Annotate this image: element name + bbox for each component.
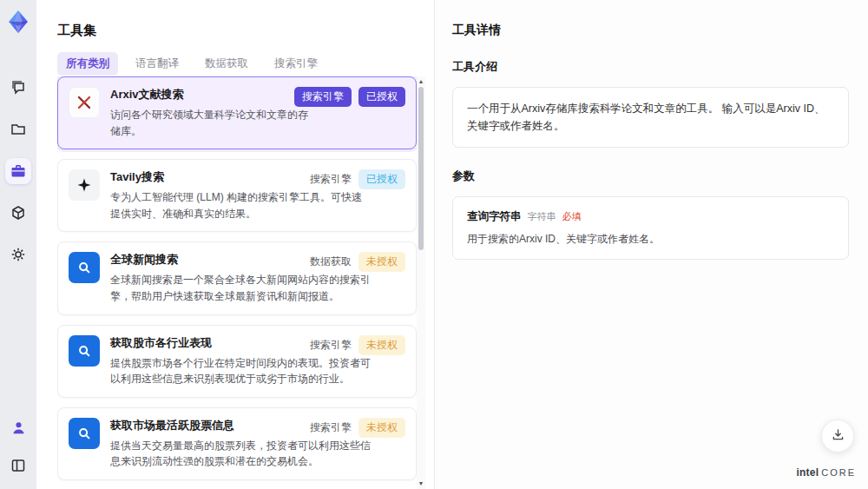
sidebar-item-models[interactable] — [5, 200, 31, 226]
user-icon — [10, 420, 27, 436]
param-card: 查询字符串 字符串 必填 用于搜索的Arxiv ID、关键字或作者姓名。 — [452, 196, 849, 260]
sidebar-bottom — [0, 414, 36, 479]
auth-status-badge: 未授权 — [358, 418, 405, 438]
intro-heading: 工具介绍 — [452, 59, 849, 75]
tool-list: Arxiv文献搜索 访问各个研究领域大量科学论文和文章的存储库。 搜索引擎 已授… — [57, 76, 425, 489]
detail-title: 工具详情 — [452, 23, 849, 38]
intel-core-logo: intel CORE — [797, 466, 856, 479]
tool-description: 全球新闻搜索是一个聚合全球各大新闻网站内容的搜索引擎，帮助用户快速获取全球最新资… — [110, 272, 371, 304]
search-app-icon — [69, 335, 100, 367]
param-name: 查询字符串 — [467, 209, 522, 224]
intro-text: 一个用于从Arxiv存储库搜索科学论文和文章的工具。 输入可以是Arxiv ID… — [467, 100, 834, 135]
list-scrollbar: ▲ ▼ — [417, 76, 425, 489]
tool-card-tavily[interactable]: Tavily搜索 专为人工智能代理 (LLM) 构建的搜索引擎工具。可快速提供实… — [57, 159, 417, 232]
sidebar-item-collapse[interactable] — [5, 453, 31, 479]
category-badge: 搜索引擎 — [294, 87, 352, 107]
param-required-flag: 必填 — [562, 210, 582, 223]
chat-icon — [10, 79, 27, 96]
download-icon — [831, 427, 845, 445]
tools-panel: 工具集 所有类别 语言翻译 数据获取 搜索引擎 Arxiv文献搜索 访问各个研究… — [36, 0, 434, 489]
sidebar-item-account[interactable] — [5, 414, 31, 440]
category-label: 搜索引擎 — [310, 172, 352, 187]
search-app-icon — [69, 252, 100, 283]
category-label: 数据获取 — [310, 254, 352, 269]
gear-icon — [10, 246, 27, 263]
param-description: 用于搜索的Arxiv ID、关键字或作者姓名。 — [467, 232, 834, 247]
tool-description: 提供当天交易量最高的股票列表，投资者可以利用这些信息来识别流动性强的股票和潜在的… — [110, 438, 371, 470]
scrollbar-up-arrow[interactable]: ▲ — [418, 78, 424, 85]
intro-card: 一个用于从Arxiv存储库搜索科学论文和文章的工具。 输入可以是Arxiv ID… — [452, 87, 849, 148]
toolbox-icon — [10, 162, 27, 180]
arxiv-logo-icon — [69, 87, 100, 118]
tool-card-sector-performance[interactable]: 获取股市各行业表现 提供股票市场各个行业在特定时间段内的表现。投资者可以利用这些… — [57, 325, 417, 398]
category-label: 搜索引擎 — [310, 338, 352, 353]
category-label: 搜索引擎 — [310, 420, 352, 435]
tool-description: 访问各个研究领域大量科学论文和文章的存储库。 — [110, 107, 312, 139]
sidebar-item-tools[interactable] — [5, 158, 31, 184]
folder-icon — [10, 121, 27, 138]
sidebar-nav — [5, 75, 31, 268]
auth-status-badge: 未授权 — [358, 335, 405, 355]
tab-language-translation[interactable]: 语言翻译 — [127, 52, 187, 76]
page-title: 工具集 — [57, 23, 96, 39]
tool-card-global-news[interactable]: 全球新闻搜索 全球新闻搜索是一个聚合全球各大新闻网站内容的搜索引擎，帮助用户快速… — [57, 241, 417, 314]
search-app-icon — [69, 418, 100, 449]
core-wordmark: CORE — [821, 467, 856, 478]
panel-layout-icon — [10, 457, 27, 474]
sidebar — [0, 0, 36, 489]
cube-icon — [10, 204, 27, 221]
auth-status-badge: 已授权 — [358, 87, 405, 107]
sidebar-item-files[interactable] — [5, 116, 31, 142]
tab-data-fetch[interactable]: 数据获取 — [196, 52, 257, 76]
sidebar-item-settings[interactable] — [5, 241, 31, 268]
tool-card-arxiv[interactable]: Arxiv文献搜索 访问各个研究领域大量科学论文和文章的存储库。 搜索引擎 已授… — [57, 76, 417, 149]
param-type: 字符串 — [528, 210, 556, 223]
auth-status-badge: 已授权 — [358, 169, 405, 189]
tool-description: 专为人工智能代理 (LLM) 构建的搜索引擎工具。可快速提供实时、准确和真实的结… — [110, 189, 371, 221]
detail-panel: 工具详情 工具介绍 一个用于从Arxiv存储库搜索科学论文和文章的工具。 输入可… — [434, 0, 868, 489]
intel-wordmark: intel — [797, 466, 819, 479]
app-window: 工具集 所有类别 语言翻译 数据获取 搜索引擎 Arxiv文献搜索 访问各个研究… — [0, 0, 868, 489]
params-heading: 参数 — [452, 169, 849, 184]
tab-search-engine[interactable]: 搜索引擎 — [266, 52, 326, 76]
tab-all-categories[interactable]: 所有类别 — [57, 52, 118, 76]
sparkle-star-icon — [69, 169, 100, 201]
auth-status-badge: 未授权 — [358, 252, 405, 272]
tool-description: 提供股票市场各个行业在特定时间段内的表现。投资者可以利用这些信息来识别表现优于或… — [110, 355, 371, 387]
download-button[interactable] — [821, 420, 854, 453]
sidebar-item-chat[interactable] — [5, 75, 31, 101]
scrollbar-down-arrow[interactable]: ▼ — [418, 480, 424, 487]
scrollbar-thumb[interactable] — [418, 87, 424, 250]
category-tabs: 所有类别 语言翻译 数据获取 搜索引擎 — [57, 52, 326, 76]
tool-card-active-stocks[interactable]: 获取市场最活跃股票信息 提供当天交易量最高的股票列表，投资者可以利用这些信息来识… — [57, 407, 417, 480]
app-logo-icon — [5, 9, 31, 35]
